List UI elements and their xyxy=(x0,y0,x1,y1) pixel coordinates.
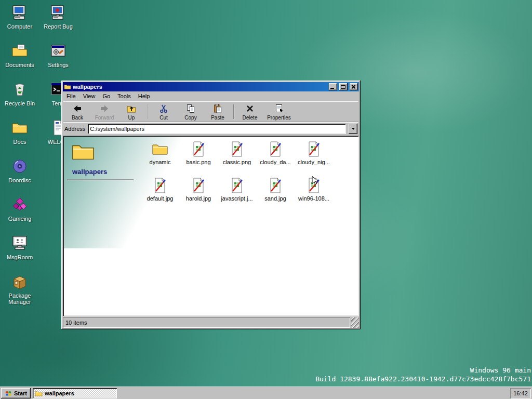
minimize-button[interactable] xyxy=(329,83,337,90)
large-folder-icon xyxy=(71,140,95,164)
divider xyxy=(67,179,134,180)
scissors-icon xyxy=(158,103,169,114)
address-dropdown-button[interactable] xyxy=(349,124,357,134)
desktop-icon-label: Package Manager xyxy=(2,292,38,305)
file-item[interactable]: cloudy_nig... xyxy=(295,140,333,176)
desktop-icon-package-manager[interactable]: Package Manager xyxy=(2,273,38,305)
game-icon xyxy=(11,196,28,213)
title-bar[interactable]: wallpapers xyxy=(63,82,359,91)
desktop-icon-label: Settings xyxy=(40,62,76,68)
copy-button[interactable]: Copy xyxy=(177,102,204,121)
desktop-icon-label: Report Bug xyxy=(40,23,76,30)
file-item[interactable]: default.jpg xyxy=(141,176,179,212)
properties-icon xyxy=(274,103,284,114)
status-text-panel: 10 items xyxy=(63,317,350,328)
close-button[interactable] xyxy=(350,83,358,90)
maximize-icon xyxy=(341,85,345,89)
file-item[interactable]: cloudy_da... xyxy=(256,140,295,176)
menu-bar: File View Go Tools Help xyxy=(63,91,359,101)
forward-button[interactable]: Forward xyxy=(91,102,118,121)
desktop-icon-documents[interactable]: Documents xyxy=(2,43,38,68)
file-view: wallpapers dynamic basic.png classic.png… xyxy=(63,136,359,316)
disc-icon xyxy=(11,158,28,175)
paste-button[interactable]: Paste xyxy=(204,102,231,121)
start-label: Start xyxy=(14,390,27,396)
system-tray-clock[interactable]: 16:42 xyxy=(510,388,531,398)
file-item[interactable]: javascript.j... xyxy=(218,176,256,212)
delete-x-icon xyxy=(245,103,255,114)
minimize-icon xyxy=(330,88,334,89)
back-arrow-icon xyxy=(72,103,83,114)
back-button[interactable]: Back xyxy=(64,102,91,121)
folder-icon xyxy=(64,83,71,90)
menu-view[interactable]: View xyxy=(79,92,99,100)
file-grid: dynamic basic.png classic.png cloudy_da.… xyxy=(141,140,333,212)
image-file-icon xyxy=(229,177,245,194)
toolbar-separator xyxy=(233,104,234,119)
desktop-icon-msgroom[interactable]: MsgRoom xyxy=(2,235,38,260)
menu-tools[interactable]: Tools xyxy=(114,92,135,100)
chevron-down-icon xyxy=(352,128,355,130)
desktop-icon-gameing[interactable]: Gameing xyxy=(2,196,38,222)
desktop-icon-label: Computer xyxy=(2,23,38,30)
toolbar: Back Forward Up Cut Copy Paste Delete xyxy=(63,102,359,122)
settings-icon xyxy=(50,43,66,59)
delete-button[interactable]: Delete xyxy=(236,102,263,121)
build-info-line1: Windows 96 main xyxy=(315,366,531,375)
toolbar-separator xyxy=(147,104,148,119)
image-file-icon xyxy=(229,141,245,157)
image-file-icon xyxy=(267,177,284,194)
desktop-icon-recycle-bin[interactable]: Recycle Bin xyxy=(2,81,38,107)
menu-help[interactable]: Help xyxy=(135,92,154,100)
desktop-icon-computer[interactable]: Computer xyxy=(2,4,38,30)
cut-button[interactable]: Cut xyxy=(150,102,177,121)
window-title: wallpapers xyxy=(73,84,327,90)
forward-arrow-icon xyxy=(99,103,110,114)
properties-button[interactable]: Properties xyxy=(263,102,295,121)
file-item[interactable]: classic.png xyxy=(218,140,256,176)
taskbar-task-wallpapers[interactable]: wallpapers xyxy=(33,388,117,398)
folder-icon xyxy=(35,390,43,397)
image-file-icon xyxy=(152,177,168,194)
desktop-icon-label: Recycle Bin xyxy=(2,100,38,107)
taskbar: Start wallpapers 16:42 xyxy=(0,387,532,399)
address-input[interactable] xyxy=(88,124,346,134)
desktop-icon-doordisc[interactable]: Doordisc xyxy=(2,158,38,183)
clipboard-icon xyxy=(212,103,223,114)
chat-computer-icon xyxy=(11,235,28,251)
file-item[interactable]: basic.png xyxy=(179,140,218,176)
up-folder-icon xyxy=(126,103,137,114)
file-item[interactable]: sand.jpg xyxy=(256,176,295,212)
menu-go[interactable]: Go xyxy=(99,92,114,100)
file-item[interactable]: harold.jpg xyxy=(179,176,218,212)
report-bug-icon xyxy=(50,4,66,21)
start-button[interactable]: Start xyxy=(1,388,31,398)
maximize-button[interactable] xyxy=(339,83,348,90)
image-file-icon xyxy=(267,141,284,157)
build-info: Windows 96 main Build 12839.88efa922.230… xyxy=(315,366,531,383)
clock-text: 16:42 xyxy=(513,390,528,396)
image-file-icon xyxy=(305,141,322,157)
task-label: wallpapers xyxy=(45,390,74,396)
address-label: Address xyxy=(64,126,85,132)
build-info-line2: Build 12839.88efa922.230410-1942.d77c73e… xyxy=(315,375,531,383)
desktop-icon-docs[interactable]: Docs xyxy=(2,119,38,145)
menu-file[interactable]: File xyxy=(63,92,79,100)
package-icon xyxy=(11,273,28,290)
desktop-icon-report-bug[interactable]: Report Bug xyxy=(40,4,76,30)
documents-folder-icon xyxy=(11,43,28,59)
desktop-icon-label: MsgRoom xyxy=(2,254,38,260)
file-item[interactable]: dynamic xyxy=(141,140,179,176)
address-bar: Address xyxy=(63,123,359,135)
folder-name-heading: wallpapers xyxy=(72,168,107,176)
copy-icon xyxy=(185,103,196,114)
up-button[interactable]: Up xyxy=(118,102,145,121)
desktop-icon-settings[interactable]: Settings xyxy=(40,43,76,68)
explorer-window: wallpapers File View Go Tools Help Back … xyxy=(61,81,361,329)
resize-grip[interactable] xyxy=(351,317,359,328)
folder-icon xyxy=(11,119,28,136)
windows-flag-icon xyxy=(5,390,12,397)
status-bar: 10 items xyxy=(63,317,359,328)
image-file-icon xyxy=(190,177,207,194)
desktop: Computer Report Bug Documents Settings R… xyxy=(0,0,532,399)
